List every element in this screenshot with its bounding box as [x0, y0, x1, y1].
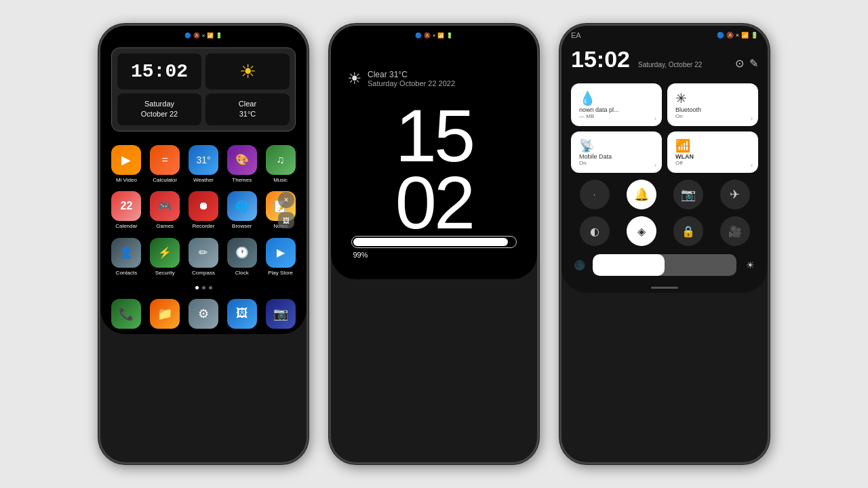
- wlan-icon: 📶: [675, 138, 690, 153]
- phone-2-screen: 🔵🔕×📶🔋 ☀ Clear 31°C Saturday October 22 2…: [331, 26, 537, 279]
- lock-clock: 15 02: [331, 102, 537, 236]
- cc-ea-label: EA: [571, 31, 717, 39]
- dock-gallery[interactable]: 🖼: [225, 299, 258, 329]
- sound-icon: 🔔: [634, 187, 649, 202]
- app-label: Clock: [235, 270, 249, 277]
- data-tile-icon: 💧: [579, 90, 596, 106]
- mobile-data-icon: 📡: [579, 138, 594, 153]
- cc-btn-sound[interactable]: 🔔: [627, 180, 656, 209]
- dot-2: [202, 286, 205, 289]
- app-music[interactable]: ♫ Music: [264, 145, 297, 184]
- app-clock[interactable]: 🕐 Clock: [225, 238, 258, 277]
- cc-btn-airplane[interactable]: ✈: [720, 180, 750, 209]
- cc-time-row: 15:02 Saturday, October 22 ⊙ ✎: [571, 43, 758, 79]
- browser-icon: 🌐: [227, 191, 257, 221]
- cc-btn-location[interactable]: ◈: [627, 216, 656, 246]
- lock-weather-row: ☀ Clear 31°C Saturday October 22 2022: [331, 69, 455, 88]
- app-grid-row2: 22 Calendar 🎮 Games ⏺ Recorder: [100, 188, 307, 235]
- app-dock: 📞 📁 ⚙ 🖼: [100, 293, 307, 334]
- app-calendar[interactable]: 22 Calendar: [110, 191, 143, 230]
- close-button[interactable]: ×: [278, 192, 294, 208]
- mobile-tile-label: Mobile Data On: [579, 153, 654, 166]
- dot-3: [209, 286, 212, 289]
- phone-3: EA 🔵🔕×📶🔋 15:02 Saturday, October 22 ⊙ ✎: [559, 24, 770, 464]
- app-play-store[interactable]: ▶ Play Store: [264, 238, 297, 277]
- calendar-icon: 22: [111, 191, 141, 221]
- widget-area: 15:02 ☀ Saturday October 22 Clear 31°C: [111, 47, 296, 131]
- recorder-icon: ⏺: [189, 191, 218, 221]
- app-calculator[interactable]: = Calculator: [149, 145, 182, 184]
- dark-mode-icon: ◐: [590, 225, 599, 238]
- wallpaper-button[interactable]: 🖼: [278, 212, 294, 228]
- weather-icon: 31°: [189, 145, 218, 175]
- cc-tile-data[interactable]: 💧 nown data pl... — MB ›: [571, 83, 662, 126]
- app-themes[interactable]: 🎨 Themes: [225, 145, 258, 184]
- cc-tile-wlan[interactable]: 📶 WLAN Off ›: [667, 131, 758, 173]
- page-dots: [100, 282, 307, 293]
- camera-icon: 📷: [266, 299, 296, 329]
- location-toggle-icon: ◈: [637, 225, 646, 238]
- brightness-fill: [593, 254, 665, 276]
- battery-bar-outer: [351, 236, 516, 248]
- cc-tile-mobile[interactable]: 📡 Mobile Data On ›: [571, 131, 662, 173]
- app-contacts[interactable]: 👤 Contacts: [110, 238, 143, 277]
- bluetooth-icon: ✳: [675, 90, 687, 106]
- cc-brightness-row: 🌑 ☀: [571, 250, 758, 280]
- mi-video-icon: ▶: [111, 145, 141, 175]
- battery-label: 99%: [351, 248, 516, 259]
- battery-bar-container: 99%: [351, 236, 516, 259]
- app-label: Mi Video: [116, 177, 137, 184]
- cc-date: Saturday, October 22: [638, 61, 702, 68]
- app-browser[interactable]: 🌐 Browser: [225, 191, 258, 230]
- tile-arrow: ›: [751, 162, 753, 169]
- app-label: Calculator: [153, 177, 177, 184]
- widget-time: 15:02: [117, 54, 201, 89]
- cc-header: EA 🔵🔕×📶🔋: [571, 26, 758, 43]
- app-label: Browser: [232, 223, 252, 230]
- app-games[interactable]: 🎮 Games: [149, 191, 182, 230]
- cc-tile-bluetooth[interactable]: ✳ Bluetooth On ›: [667, 83, 758, 126]
- rotate-lock-icon: 🔒: [682, 225, 695, 238]
- app-weather[interactable]: 31° Weather: [187, 145, 220, 184]
- cc-btn-vibrate[interactable]: ·: [580, 180, 610, 209]
- dock-settings[interactable]: ⚙: [187, 299, 220, 329]
- cc-header-buttons: ⊙ ✎: [735, 57, 758, 70]
- compass-icon: ✏: [189, 238, 218, 268]
- dock-filemanager[interactable]: 📁: [149, 299, 182, 329]
- brightness-slider[interactable]: [593, 254, 736, 276]
- location-icon[interactable]: ⊙: [735, 57, 744, 70]
- app-label: Compass: [192, 270, 215, 277]
- tile-arrow: ›: [654, 162, 656, 169]
- bottom-handle: [571, 280, 758, 293]
- games-icon: 🎮: [150, 191, 180, 221]
- bluetooth-tile-label: Bluetooth On: [675, 106, 750, 119]
- dock-phone[interactable]: 📞: [110, 299, 143, 329]
- file-manager-icon: 📁: [150, 299, 180, 329]
- clock-icon: 🕐: [227, 238, 257, 268]
- status-icons-2: 🔵🔕×📶🔋: [415, 33, 454, 39]
- app-grid-row1: ▶ Mi Video = Calculator 31° Weather: [100, 137, 307, 189]
- gallery-icon: 🖼: [227, 299, 257, 329]
- app-recorder[interactable]: ⏺ Recorder: [187, 191, 220, 230]
- lock-sun-icon: ☀: [347, 69, 362, 88]
- app-security[interactable]: ⚡ Security: [149, 238, 182, 277]
- app-label: Contacts: [116, 270, 138, 277]
- edit-icon[interactable]: ✎: [749, 57, 758, 70]
- cc-btn-camera[interactable]: 📷: [673, 180, 703, 209]
- cc-small-icons-row: · 🔔 📷 ✈: [571, 173, 758, 212]
- dock-camera[interactable]: 📷: [264, 299, 297, 329]
- cc-time: 15:02: [571, 46, 630, 73]
- airplane-icon: ✈: [730, 187, 740, 202]
- tile-arrow: ›: [654, 115, 656, 122]
- status-bar-1: 🔵🔕×📶🔋: [100, 26, 307, 42]
- app-compass[interactable]: ✏ Compass: [187, 238, 220, 277]
- cc-btn-lock-rotate[interactable]: 🔒: [673, 216, 703, 246]
- app-mi-video[interactable]: ▶ Mi Video: [110, 145, 143, 184]
- cc-btn-dark-mode[interactable]: ◐: [580, 216, 610, 246]
- app-label: Security: [155, 270, 175, 277]
- cc-btn-screenrecord[interactable]: 🎥: [720, 216, 750, 246]
- contacts-icon: 👤: [111, 238, 141, 268]
- calculator-icon: =: [150, 145, 180, 175]
- widget-weather: Clear 31°C: [205, 94, 290, 125]
- brightness-low-icon: 🌑: [571, 260, 587, 270]
